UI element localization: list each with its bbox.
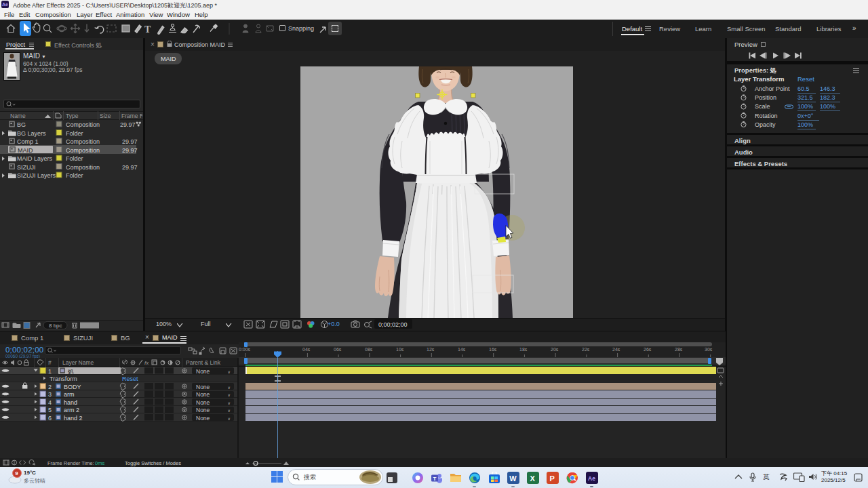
svg-text:W: W	[509, 474, 517, 483]
svg-text:9: 9	[15, 470, 18, 476]
svg-text:T: T	[144, 24, 151, 35]
svg-text:X: X	[530, 474, 536, 483]
svg-text:T: T	[433, 476, 437, 482]
svg-text:fx: fx	[144, 360, 149, 366]
svg-text:Ae: Ae	[588, 475, 595, 482]
svg-text:P: P	[550, 474, 555, 483]
svg-text:8 bpc: 8 bpc	[49, 323, 62, 329]
